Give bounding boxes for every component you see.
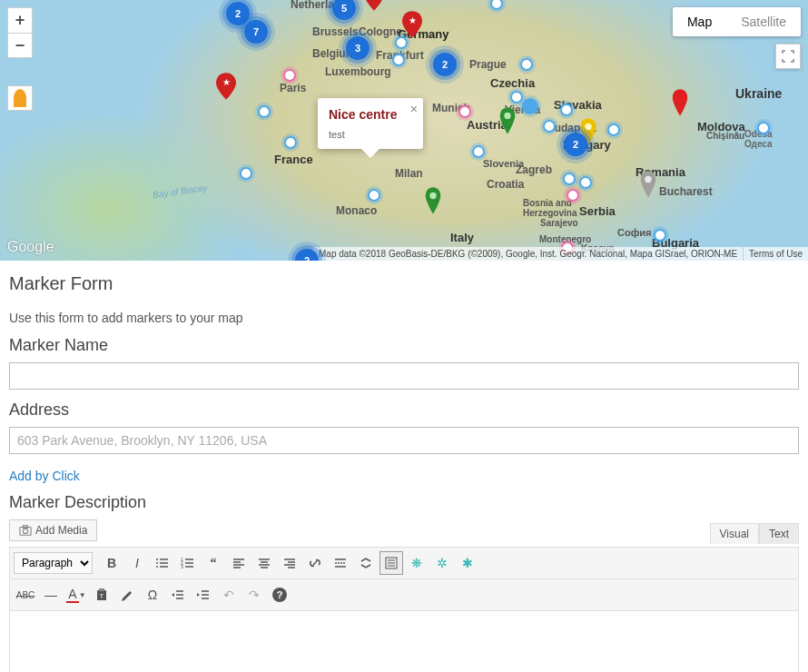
map-credits: Map data ©2018 GeoBasis-DE/BKG (©2009), … <box>312 247 808 261</box>
fullscreen-button[interactable] <box>775 44 801 69</box>
svg-point-4 <box>504 113 510 119</box>
map-type-satellite[interactable]: Satellite <box>726 7 801 36</box>
cluster-marker[interactable]: 7 <box>244 20 268 44</box>
pegman-button[interactable] <box>7 85 33 111</box>
add-by-click-link[interactable]: Add by Click <box>9 469 80 483</box>
red-marker[interactable] <box>670 89 690 116</box>
plugin-button-3[interactable]: ✱ <box>456 551 479 575</box>
map-point[interactable] <box>283 69 296 82</box>
map-point[interactable] <box>392 54 405 66</box>
map-point[interactable] <box>757 122 770 134</box>
map-point[interactable] <box>560 104 573 116</box>
readmore-button[interactable] <box>329 551 352 575</box>
map-canvas[interactable]: Bay of Biscay Paris France Monaco Milan … <box>0 0 808 261</box>
toolbar-toggle-button[interactable] <box>379 551 403 575</box>
link-button[interactable] <box>303 551 327 575</box>
close-icon[interactable]: × <box>410 102 418 116</box>
camera-icon <box>19 524 32 537</box>
add-media-button[interactable]: Add Media <box>9 519 97 541</box>
map-point[interactable] <box>510 91 523 104</box>
text-color-button[interactable]: A ▼ <box>64 583 88 607</box>
horizontal-rule-button[interactable]: — <box>39 583 63 607</box>
map-point[interactable] <box>395 36 408 49</box>
form-helper: Use this form to add markers to your map <box>9 311 799 325</box>
italic-button[interactable]: I <box>125 551 149 575</box>
address-label: Address <box>9 400 799 420</box>
cluster-marker[interactable]: 2 <box>564 133 587 156</box>
map-point-nice[interactable] <box>368 189 380 202</box>
info-window: × Nice centre test <box>318 98 423 149</box>
map-point[interactable] <box>543 120 556 133</box>
indent-button[interactable] <box>192 583 215 607</box>
plugin-button-1[interactable]: ❋ <box>405 551 429 575</box>
bullet-list-button[interactable] <box>151 551 174 575</box>
align-center-button[interactable] <box>252 551 276 575</box>
undo-button[interactable]: ↶ <box>217 583 241 607</box>
green-marker[interactable] <box>423 187 443 214</box>
help-button[interactable]: ? <box>268 583 291 607</box>
paste-text-button[interactable]: T <box>90 583 113 607</box>
svg-text:★: ★ <box>222 77 231 87</box>
number-list-button[interactable]: 123 <box>176 551 200 575</box>
map-point[interactable] <box>472 145 485 158</box>
editor-tab-text[interactable]: Text <box>759 523 799 544</box>
plugin-button-2[interactable]: ✲ <box>430 551 454 575</box>
editor-toolbar-row1: Paragraph B I 123 “ ❋ ✲ ✱ <box>10 548 798 579</box>
map-point[interactable] <box>520 58 533 71</box>
format-select[interactable]: Paragraph <box>14 552 93 574</box>
map-point[interactable] <box>284 136 297 149</box>
label-sofia: София <box>617 227 651 238</box>
editor-toolbar-row2: ABC — A ▼ T Ω ↶ ↷ ? <box>10 579 798 611</box>
clear-formatting-button[interactable] <box>115 583 139 607</box>
map-point[interactable] <box>240 167 252 180</box>
zoom-out-button[interactable]: − <box>7 33 33 58</box>
svg-text:T: T <box>100 593 104 599</box>
cluster-marker[interactable]: 3 <box>346 36 370 60</box>
label-croatia: Croatia <box>487 178 524 191</box>
zoom-in-button[interactable]: + <box>7 7 33 33</box>
map-point[interactable] <box>258 105 271 118</box>
label-bosnia: Bosnia and Herzegovina <box>523 198 576 218</box>
bold-button[interactable]: B <box>100 551 123 575</box>
blockquote-button[interactable]: “ <box>202 551 225 575</box>
outdent-button[interactable] <box>166 583 190 607</box>
cluster-marker[interactable]: 2 <box>226 2 250 25</box>
gray-marker[interactable] <box>638 171 658 198</box>
svg-point-5 <box>585 124 591 130</box>
map-point[interactable] <box>579 176 592 189</box>
map-type-map[interactable]: Map <box>673 7 726 36</box>
info-body: test <box>329 129 412 140</box>
label-czechia: Czechia <box>490 76 535 90</box>
red-star-marker[interactable]: ★ <box>216 73 236 100</box>
map-data-text: Map data ©2018 GeoBasis-DE/BKG (©2009), … <box>312 247 743 261</box>
address-input[interactable] <box>9 427 799 454</box>
red-star-marker[interactable] <box>364 0 384 11</box>
editor-tab-visual[interactable]: Visual <box>710 523 759 544</box>
description-label: Marker Description <box>9 493 799 512</box>
map-point[interactable] <box>567 189 579 202</box>
label-paris: Paris <box>280 82 306 94</box>
terms-link[interactable]: Terms of Use <box>743 247 808 261</box>
marker-name-input[interactable] <box>9 362 799 390</box>
pegman-icon <box>14 89 26 107</box>
cluster-marker[interactable]: 2 <box>433 53 457 76</box>
fullscreen-editor-button[interactable] <box>354 551 378 575</box>
map-point[interactable] <box>654 229 666 242</box>
redo-button[interactable]: ↷ <box>242 583 266 607</box>
description-editor[interactable] <box>10 611 798 672</box>
map-point[interactable] <box>458 105 471 118</box>
svg-text:★: ★ <box>409 15 417 25</box>
add-media-label: Add Media <box>35 524 87 537</box>
map-point[interactable] <box>563 173 576 185</box>
map-point[interactable] <box>607 124 620 136</box>
svg-point-10 <box>156 558 158 560</box>
align-left-button[interactable] <box>227 551 251 575</box>
red-star-marker[interactable]: ★ <box>402 11 422 38</box>
svg-point-6 <box>645 176 651 183</box>
align-right-button[interactable] <box>278 551 301 575</box>
map-point[interactable] <box>522 98 538 114</box>
green-marker[interactable] <box>498 107 517 134</box>
special-char-button[interactable]: Ω <box>141 583 164 607</box>
strikethrough-button[interactable]: ABC <box>14 583 37 607</box>
label-france: France <box>274 153 313 166</box>
